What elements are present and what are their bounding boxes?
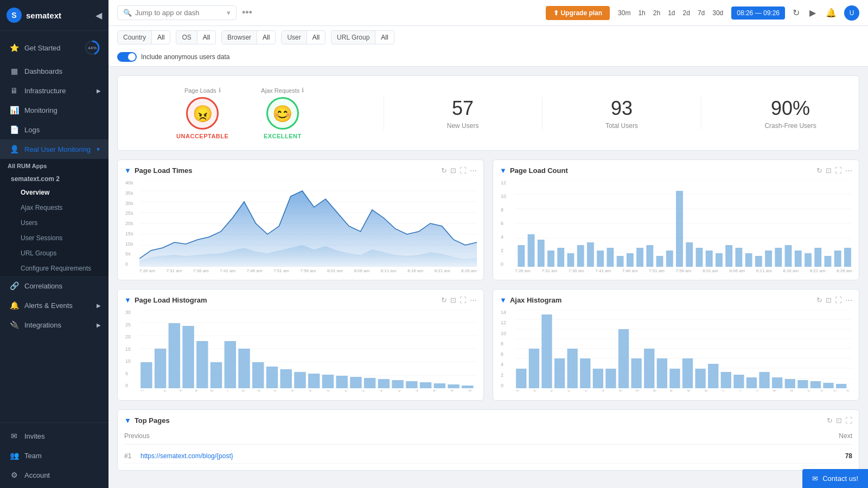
fullscreen-plh-button[interactable]: ⛶ xyxy=(459,296,467,304)
sidebar-item-team[interactable]: 👥 Team xyxy=(0,446,108,465)
time-btn-30m[interactable]: 30m xyxy=(615,8,633,18)
sidebar-item-correlations[interactable]: 🔗 Correlations xyxy=(0,276,108,296)
filter-country-value[interactable]: All xyxy=(152,31,170,44)
team-icon: 👥 xyxy=(9,451,19,460)
filter-icon-tp: ▼ xyxy=(124,416,131,425)
expand-plh-button[interactable]: ⊡ xyxy=(450,296,456,304)
filter-url-group-value[interactable]: All xyxy=(375,31,393,44)
previous-button[interactable]: Previous xyxy=(124,432,150,440)
svg-rect-107 xyxy=(708,364,718,388)
time-btn-1h[interactable]: 1h xyxy=(635,8,648,18)
expand-ah-button[interactable]: ⊡ xyxy=(826,296,832,304)
all-rum-apps-link[interactable]: All RUM Apps xyxy=(0,159,108,173)
ajax-info-icon[interactable]: ℹ xyxy=(302,87,304,94)
filter-browser-label: Browser xyxy=(222,31,257,44)
refresh-plt-button[interactable]: ↻ xyxy=(441,166,447,175)
sidebar-subitem-url-groups[interactable]: URL Groups xyxy=(0,246,108,261)
sidebar-item-invites[interactable]: ✉ Invites xyxy=(0,426,108,446)
monitoring-icon: 📊 xyxy=(9,105,19,115)
svg-rect-81 xyxy=(448,384,459,388)
dashboards-icon: ▦ xyxy=(9,66,19,76)
more-plh-button[interactable]: ⋯ xyxy=(470,296,477,304)
search-dropdown-icon[interactable]: ▾ xyxy=(227,9,231,17)
time-btn-30d[interactable]: 30d xyxy=(710,8,726,18)
sidebar-collapse-button[interactable]: ◀ xyxy=(95,10,102,21)
anonymous-users-toggle[interactable] xyxy=(117,52,137,62)
filter-browser-value[interactable]: All xyxy=(257,31,275,44)
fullscreen-plt-button[interactable]: ⛶ xyxy=(459,166,467,175)
sidebar-subitem-ajax-requests[interactable]: Ajax Requests xyxy=(0,200,108,215)
play-icon[interactable]: ▶ xyxy=(807,5,818,20)
expand-plc-button[interactable]: ⊡ xyxy=(826,166,832,175)
rum-icon: 👤 xyxy=(9,144,19,154)
svg-rect-113 xyxy=(785,379,795,388)
filter-browser[interactable]: Browser All xyxy=(221,30,276,44)
refresh-plh-button[interactable]: ↻ xyxy=(441,296,447,304)
more-options-button[interactable]: ••• xyxy=(242,7,252,18)
ah-title: ▼ Ajax Histogram xyxy=(500,296,561,304)
sidebar-item-get-started[interactable]: ⭐ Get Started 44% xyxy=(0,34,108,61)
svg-rect-93 xyxy=(529,349,539,388)
filter-country[interactable]: Country All xyxy=(117,30,170,44)
expand-plt-button[interactable]: ⊡ xyxy=(450,166,456,175)
sidebar-item-integrations[interactable]: 🔌 Integrations ▶ xyxy=(0,315,108,335)
time-btn-7d[interactable]: 7d xyxy=(695,8,707,18)
svg-rect-35 xyxy=(686,242,693,267)
filter-icon-plt: ▼ xyxy=(124,166,131,175)
chart-actions-plt: ↻ ⊡ ⛶ ⋯ xyxy=(441,166,477,175)
sidebar-subitem-user-sessions[interactable]: User Sessions xyxy=(0,230,108,246)
refresh-tp-button[interactable]: ↻ xyxy=(827,416,833,425)
fullscreen-ah-button[interactable]: ⛶ xyxy=(835,296,842,304)
refresh-plc-button[interactable]: ↻ xyxy=(816,166,822,175)
plc-svg xyxy=(515,180,852,267)
user-avatar[interactable]: U xyxy=(844,5,859,21)
time-btn-2d[interactable]: 2d xyxy=(680,8,693,18)
svg-rect-82 xyxy=(462,386,473,388)
time-range-selector[interactable]: 08:26 — 09:26 xyxy=(731,7,785,20)
search-box[interactable]: 🔍 ▾ xyxy=(117,5,237,20)
time-btn-1d[interactable]: 1d xyxy=(665,8,678,18)
page-url-link[interactable]: https://sematext.com/blog/{post} xyxy=(141,452,831,460)
sidebar-footer: ✉ Invites 👥 Team ⚙ Account xyxy=(0,422,108,488)
time-btn-2h[interactable]: 2h xyxy=(650,8,663,18)
page-loads-stat: Page Loads ℹ 😠 UNACCEPTABLE xyxy=(176,87,228,139)
plt-chart-area xyxy=(139,180,477,267)
page-loads-info-icon[interactable]: ℹ xyxy=(219,87,221,94)
sidebar-subitem-configure-requirements[interactable]: Configure Requirements xyxy=(0,261,108,276)
filter-os[interactable]: OS All xyxy=(176,30,216,44)
contact-us-button[interactable]: ✉ Contact us! xyxy=(802,469,868,488)
expand-tp-button[interactable]: ⊡ xyxy=(836,416,842,425)
filter-os-value[interactable]: All xyxy=(197,31,215,44)
filter-url-group[interactable]: URL Group All xyxy=(331,30,394,44)
fullscreen-tp-button[interactable]: ⛶ xyxy=(845,416,852,425)
more-plt-button[interactable]: ⋯ xyxy=(470,166,477,175)
plt-y-labels: 40s 35s 30s 25s 20s 15s 10s 5s 0 xyxy=(124,180,135,267)
filter-user[interactable]: User All xyxy=(281,30,326,44)
next-button[interactable]: Next xyxy=(839,432,852,440)
svg-rect-32 xyxy=(656,256,663,267)
refresh-ah-button[interactable]: ↻ xyxy=(816,296,822,304)
notifications-icon[interactable]: 🔔 xyxy=(824,5,839,20)
filter-user-value[interactable]: All xyxy=(307,31,325,44)
fullscreen-plc-button[interactable]: ⛶ xyxy=(835,166,842,175)
refresh-icon[interactable]: ↻ xyxy=(790,5,802,20)
sidebar-item-logs[interactable]: 📄 Logs xyxy=(0,120,108,139)
sidebar-subitem-overview[interactable]: Overview xyxy=(0,185,108,200)
sidebar-item-monitoring[interactable]: 📊 Monitoring xyxy=(0,100,108,120)
svg-rect-73 xyxy=(336,376,347,388)
search-input[interactable] xyxy=(135,9,222,17)
upgrade-plan-button[interactable]: ⬆ Upgrade plan xyxy=(546,6,610,20)
sidebar-item-real-user-monitoring[interactable]: 👤 Real User Monitoring ▼ xyxy=(0,139,108,159)
svg-rect-43 xyxy=(765,251,772,267)
sidebar-item-infrastructure[interactable]: 🖥 Infrastructure ▶ xyxy=(0,81,108,100)
sidebar-subitem-users[interactable]: Users xyxy=(0,215,108,230)
svg-rect-45 xyxy=(785,245,792,267)
crash-free-value: 90% xyxy=(764,97,816,120)
sidebar-item-alerts[interactable]: 🔔 Alerts & Events ▶ xyxy=(0,296,108,315)
plc-chart-area xyxy=(515,180,852,267)
sidebar-item-dashboards[interactable]: ▦ Dashboards xyxy=(0,61,108,81)
more-ah-button[interactable]: ⋯ xyxy=(845,296,852,304)
more-plc-button[interactable]: ⋯ xyxy=(845,166,852,175)
plh-x-labels: 722.9ms 2.1s 3.6s 4.9s 6.1s 7.4s 8.7s 9.… xyxy=(139,390,477,394)
sidebar-item-account[interactable]: ⚙ Account xyxy=(0,465,108,485)
